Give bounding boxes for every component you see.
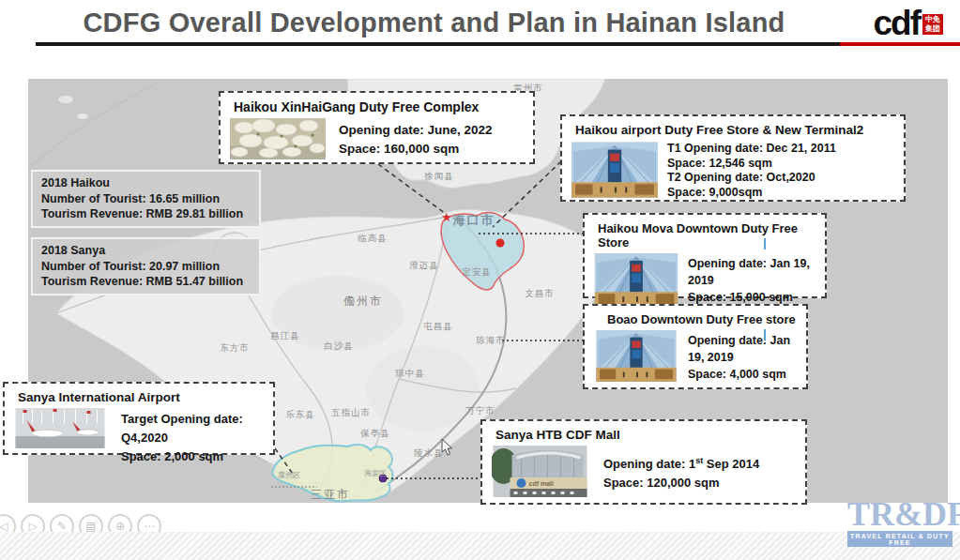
trdf-watermark-subtext: TRAVEL RETAIL & DUTY FREE bbox=[847, 531, 952, 547]
terrain-shading bbox=[366, 346, 479, 431]
map-label: 东方市 bbox=[220, 342, 250, 355]
callout-line: Space: 120,000 sqm bbox=[603, 474, 759, 492]
map-label: 琼海市 bbox=[476, 335, 506, 347]
map-label: 屯昌县 bbox=[423, 321, 453, 333]
mouse-cursor-icon bbox=[441, 438, 454, 461]
callout-xinhaigang: Haikou XinHaiGang Duty Free Complex Open… bbox=[219, 91, 535, 164]
stat-box-2018-haikou: 2018 Haikou Number of Tourist: 16.65 mil… bbox=[31, 170, 261, 228]
callout-title: Haikou airport Duty Free Store & New Ter… bbox=[571, 120, 894, 141]
callout-title: Boao Downtown Duty Free store bbox=[594, 310, 797, 330]
map-label: 乐东县 bbox=[285, 409, 315, 421]
map-label: 文昌市 bbox=[525, 288, 555, 300]
callout-line: Target Opening date: Q4,2020 bbox=[121, 410, 264, 447]
callout-line: Opening date: Jan 19, 2019 bbox=[688, 255, 815, 289]
map-label: 五指山市 bbox=[331, 407, 371, 419]
map-label: 三亚市 bbox=[311, 487, 350, 503]
callout-line: Space: 160,000 sqm bbox=[339, 140, 493, 159]
cdf-badge-line1: 中免 bbox=[925, 15, 940, 23]
callout-title: Haikou Mova Downtown Duty Free Store bbox=[594, 219, 815, 253]
callout-line: Space: 9,000sqm bbox=[667, 186, 836, 201]
cdf-mall-photo: cdf mall bbox=[492, 446, 588, 497]
callout-line: T2 Opening date: Oct,2020 bbox=[667, 171, 836, 186]
callout-sanya-htb: Sanya HTB CDF Mall cdf mall Opening date… bbox=[480, 419, 807, 505]
cdf-badge-line2: 集团 bbox=[925, 24, 940, 33]
airplanes-photo bbox=[14, 408, 106, 448]
map-label: 定安县 bbox=[462, 266, 492, 279]
map-label: 澄迈县 bbox=[409, 260, 439, 272]
stat-line: Tourism Revenue: RMB 51.47 billion bbox=[41, 274, 251, 290]
callout-title: Sanya International Airport bbox=[14, 387, 264, 408]
callout-title: Haikou XinHaiGang Duty Free Complex bbox=[230, 97, 524, 118]
aerial-domes-photo bbox=[230, 118, 326, 159]
cdf-logo-badge: 中免 集团 bbox=[922, 14, 943, 35]
map-label: 儋州市 bbox=[343, 294, 383, 310]
page-title: CDFG Overall Development and Plan in Hai… bbox=[38, 8, 830, 38]
map-label: 海口市 bbox=[453, 212, 495, 229]
map-label: 万宁市 bbox=[465, 405, 495, 417]
text-cursor-artifact bbox=[764, 238, 766, 250]
callout-line: Space: 2,000 sqm bbox=[121, 447, 264, 466]
stat-title: 2018 Sanya bbox=[41, 243, 251, 259]
callout-line: Space: 12,546 sqm bbox=[667, 157, 836, 172]
map-label: 昌江县 bbox=[270, 330, 300, 342]
xinhaigang-star-marker: ★ bbox=[441, 210, 452, 224]
cdf-mall-sign: cdf mall bbox=[529, 480, 555, 487]
bottom-hatch-strip bbox=[0, 532, 960, 560]
airport-interior-photo bbox=[594, 330, 678, 382]
callout-haikou-airport: Haikou airport Duty Free Store & New Ter… bbox=[560, 114, 906, 202]
map-label: 白沙县 bbox=[324, 341, 354, 353]
map-label: 临高县 bbox=[358, 233, 388, 245]
stat-line: Number of Tourist: 16.65 million bbox=[41, 191, 251, 207]
islet bbox=[58, 96, 73, 103]
stat-box-2018-sanya: 2018 Sanya Number of Tourist: 20.97 mill… bbox=[31, 237, 261, 295]
trdf-watermark: TR&DF TRAVEL RETAIL & DUTY FREE bbox=[847, 498, 952, 547]
map-label: 琼中县 bbox=[395, 368, 425, 380]
callout-line: Space: 4,000 sqm bbox=[688, 366, 797, 383]
callout-line: T1 Opening date: Dec 21, 2011 bbox=[667, 142, 836, 157]
cdf-logo-text: cdf bbox=[874, 6, 921, 41]
map-label: 海棠区 bbox=[364, 468, 387, 478]
title-divider-accent bbox=[840, 42, 960, 46]
callout-line: Opening date: 1st Sep 2014 bbox=[603, 451, 759, 474]
title-divider bbox=[36, 42, 840, 46]
trdf-watermark-text: TR&DF bbox=[847, 498, 952, 531]
stat-title: 2018 Haikou bbox=[41, 175, 251, 191]
text-cursor-artifact bbox=[764, 329, 766, 341]
airport-interior-photo bbox=[571, 141, 658, 199]
callout-title: Sanya HTB CDF Mall bbox=[492, 425, 796, 446]
callout-mova: Haikou Mova Downtown Duty Free Store Ope… bbox=[583, 213, 827, 298]
map-label: 陵水县 bbox=[414, 447, 444, 460]
map-label: 保亭县 bbox=[360, 428, 390, 440]
callout-line: Opening date: Jan 19, 2019 bbox=[688, 332, 797, 366]
map-label: 徐闻县 bbox=[424, 171, 454, 183]
airport-interior-photo bbox=[594, 253, 678, 307]
callout-line: Opening date: June, 2022 bbox=[339, 121, 493, 140]
callout-sanya-airport: Sanya International Airport Target Openi… bbox=[3, 382, 275, 455]
islet bbox=[77, 114, 88, 119]
stat-line: Number of Tourist: 20.97 million bbox=[41, 259, 251, 275]
stat-line: Tourism Revenue: RMB 29.81 billion bbox=[41, 206, 251, 222]
map-label: 崖州区 bbox=[278, 470, 300, 480]
mova-store-marker bbox=[496, 239, 505, 248]
cdf-logo: cdf 中免 集团 bbox=[874, 6, 944, 41]
callout-boao: Boao Downtown Duty Free store Opening da… bbox=[583, 304, 808, 389]
